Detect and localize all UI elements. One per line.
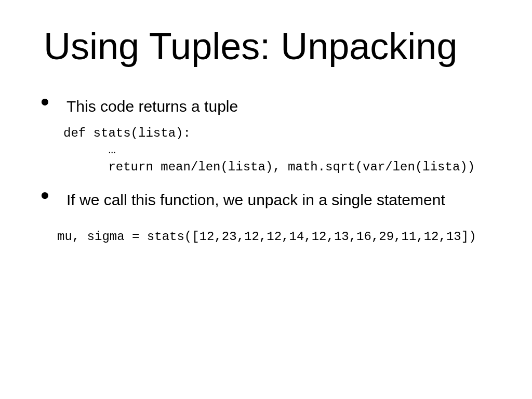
slide: Using Tuples: Unpacking This code return… [0, 0, 532, 399]
code-block: def stats(lista): … return mean/len(list… [63, 125, 501, 176]
bullet-text: This code returns a tuple [66, 97, 501, 116]
bullet-item: If we call this function, we unpack in a… [36, 190, 501, 245]
bullet-list: This code returns a tuple def stats(list… [36, 97, 501, 245]
bullet-text: If we call this function, we unpack in a… [66, 190, 501, 210]
code-block: mu, sigma = stats([12,23,12,12,14,12,13,… [57, 229, 501, 245]
bullet-item: This code returns a tuple def stats(list… [36, 97, 501, 176]
slide-title: Using Tuples: Unpacking [44, 27, 501, 66]
